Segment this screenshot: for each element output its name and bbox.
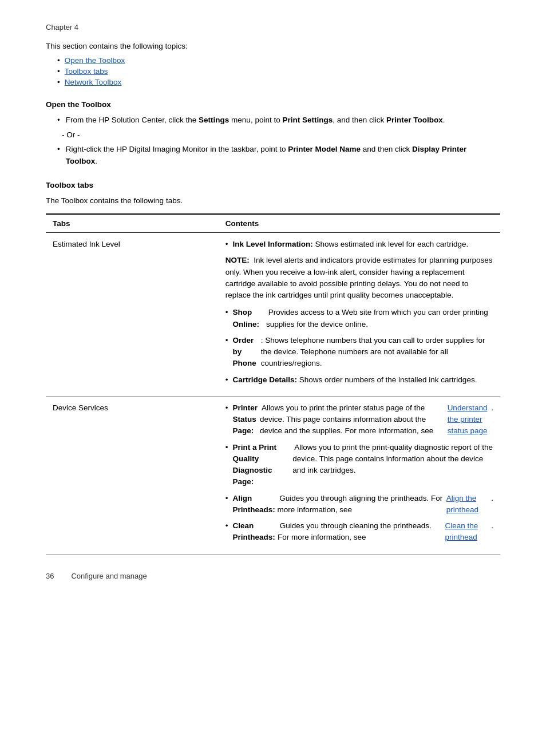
settings-bold: Settings bbox=[199, 116, 229, 124]
printer-toolbox-bold: Printer Toolbox bbox=[386, 116, 443, 124]
page-number: 36 bbox=[46, 572, 54, 580]
list-item: Shop Online: Provides access to a Web si… bbox=[225, 307, 493, 330]
list-item: Toolbox tabs bbox=[57, 67, 500, 76]
tab-contents-device-services: Printer Status Page: Allows you to print… bbox=[219, 396, 500, 554]
estimated-ink-bullets: Ink Level Information: Shows estimated i… bbox=[225, 239, 493, 250]
toolbox-tabs-link[interactable]: Toolbox tabs bbox=[65, 67, 108, 76]
understand-printer-status-link[interactable]: Understand the printer status page bbox=[448, 402, 492, 437]
open-toolbox-bullet2: Right-click the HP Digital Imaging Monit… bbox=[57, 144, 500, 167]
list-item: Order by Phone: Shows telephone numbers … bbox=[225, 335, 493, 370]
clean-printheads-bold: Clean Printheads: bbox=[232, 520, 278, 544]
clean-printhead-link[interactable]: Clean the printhead bbox=[445, 520, 492, 544]
open-toolbox-step1: From the HP Solution Center, click the S… bbox=[66, 114, 445, 126]
list-item: Network Toolbox bbox=[57, 78, 500, 86]
toolbox-tabs-section: Toolbox tabs The Toolbox contains the fo… bbox=[46, 181, 500, 555]
printer-status-bold: Printer Status Page: bbox=[232, 402, 260, 437]
list-item: Clean Printheads: Guides you through cle… bbox=[225, 520, 493, 544]
shop-online-bold: Shop Online: bbox=[232, 307, 266, 330]
intro-text: This section contains the following topi… bbox=[46, 42, 500, 50]
footer-section: Configure and manage bbox=[71, 572, 147, 580]
list-item: From the HP Solution Center, click the S… bbox=[57, 114, 500, 126]
topic-links-list: Open the Toolbox Toolbox tabs Network To… bbox=[57, 56, 500, 86]
ink-note: NOTE: Ink level alerts and indicators pr… bbox=[225, 255, 493, 301]
list-item: Open the Toolbox bbox=[57, 56, 500, 65]
tab-name-estimated-ink: Estimated Ink Level bbox=[46, 233, 219, 397]
toolbox-tabs-intro: The Toolbox contains the following tabs. bbox=[46, 195, 500, 207]
list-item: Right-click the HP Digital Imaging Monit… bbox=[57, 144, 500, 167]
table-row: Estimated Ink Level Ink Level Informatio… bbox=[46, 233, 500, 397]
list-item: Cartridge Details: Shows order numbers o… bbox=[225, 374, 493, 386]
toolbox-table: Tabs Contents Estimated Ink Level Ink Le… bbox=[46, 213, 500, 555]
open-toolbox-bullets: From the HP Solution Center, click the S… bbox=[57, 114, 500, 126]
device-services-bullets: Printer Status Page: Allows you to print… bbox=[225, 402, 493, 544]
open-toolbox-step2: Right-click the HP Digital Imaging Monit… bbox=[66, 144, 500, 167]
display-toolbox-bold: Display Printer Toolbox bbox=[66, 145, 467, 165]
or-line: - Or - bbox=[62, 130, 500, 139]
open-toolbox-heading: Open the Toolbox bbox=[46, 100, 500, 109]
cartridge-details-bold: Cartridge Details: bbox=[232, 374, 297, 386]
list-item: Print a Print Quality Diagnostic Page: A… bbox=[225, 442, 493, 488]
open-toolbox-section: Open the Toolbox From the HP Solution Ce… bbox=[46, 100, 500, 167]
estimated-ink-more-bullets: Shop Online: Provides access to a Web si… bbox=[225, 307, 493, 386]
print-quality-bold: Print a Print Quality Diagnostic Page: bbox=[232, 442, 292, 488]
list-item: Align Printheads: Guides you through ali… bbox=[225, 493, 493, 516]
printer-model-bold: Printer Model Name bbox=[288, 145, 361, 153]
page-footer: 36 Configure and manage bbox=[46, 572, 500, 580]
network-toolbox-link[interactable]: Network Toolbox bbox=[65, 78, 122, 86]
table-col-contents: Contents bbox=[219, 214, 500, 233]
align-printhead-link[interactable]: Align the printhead bbox=[446, 493, 492, 516]
chapter-label: Chapter 4 bbox=[46, 23, 500, 31]
table-row: Device Services Printer Status Page: All… bbox=[46, 396, 500, 554]
print-settings-bold: Print Settings bbox=[282, 116, 333, 124]
toolbox-tabs-heading: Toolbox tabs bbox=[46, 181, 500, 189]
tab-name-device-services: Device Services bbox=[46, 396, 219, 554]
align-printheads-bold: Align Printheads: bbox=[232, 493, 277, 516]
table-col-tabs: Tabs bbox=[46, 214, 219, 233]
list-item: Printer Status Page: Allows you to print… bbox=[225, 402, 493, 437]
tab-contents-estimated-ink: Ink Level Information: Shows estimated i… bbox=[219, 233, 500, 397]
note-label: NOTE: bbox=[225, 256, 250, 264]
order-phone-bold: Order by Phone bbox=[232, 335, 260, 370]
list-item: Ink Level Information: Shows estimated i… bbox=[225, 239, 493, 250]
open-toolbox-link[interactable]: Open the Toolbox bbox=[65, 56, 125, 65]
ink-level-bold: Ink Level Information: bbox=[232, 239, 312, 250]
